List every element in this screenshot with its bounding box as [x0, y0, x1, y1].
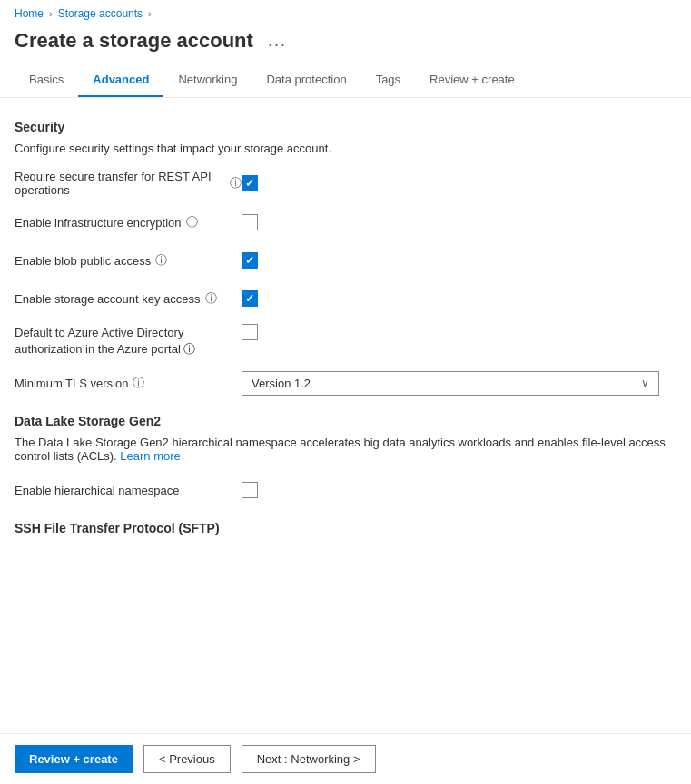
learn-more-link[interactable]: Learn more — [120, 449, 180, 463]
info-icon-blob-public-access[interactable]: ⓘ — [155, 252, 167, 269]
checkbox-infra-encryption[interactable] — [242, 214, 258, 230]
tab-review-create[interactable]: Review + create — [415, 64, 529, 97]
row-aad-auth: Default to Azure Active Directory author… — [15, 324, 676, 358]
data-lake-description: The Data Lake Storage Gen2 hierarchical … — [15, 436, 676, 463]
tab-basics[interactable]: Basics — [15, 64, 78, 97]
breadcrumb-storage[interactable]: Storage accounts — [58, 7, 143, 20]
checkbox-hierarchical-namespace[interactable] — [242, 482, 258, 498]
security-section: Security Configure security settings tha… — [15, 120, 676, 396]
row-infra-encryption: Enable infrastructure encryption ⓘ — [15, 210, 676, 235]
tab-networking[interactable]: Networking — [163, 64, 252, 97]
label-infra-encryption: Enable infrastructure encryption ⓘ — [15, 214, 242, 230]
row-hierarchical-namespace: Enable hierarchical namespace — [15, 477, 676, 503]
label-secure-transfer: Require secure transfer for REST API ope… — [15, 170, 242, 197]
info-icon-tls[interactable]: ⓘ — [133, 375, 144, 391]
info-icon-infra-encryption[interactable]: ⓘ — [186, 214, 198, 230]
checkbox-aad-auth[interactable] — [242, 324, 258, 340]
tab-bar: Basics Advanced Networking Data protecti… — [0, 64, 691, 98]
data-lake-section: Data Lake Storage Gen2 The Data Lake Sto… — [15, 414, 676, 503]
page-header: Create a storage account ... — [0, 24, 691, 64]
label-aad-auth: Default to Azure Active Directory author… — [15, 324, 242, 358]
data-lake-title: Data Lake Storage Gen2 — [15, 414, 676, 428]
row-secure-transfer: Require secure transfer for REST API ope… — [15, 170, 676, 197]
label-blob-public-access: Enable blob public access ⓘ — [15, 252, 242, 269]
footer: Review + create < Previous Next : Networ… — [0, 733, 691, 784]
info-icon-aad-auth[interactable]: ⓘ — [183, 342, 195, 356]
checkbox-blob-public-access[interactable] — [242, 252, 258, 269]
next-button[interactable]: Next : Networking > — [242, 745, 376, 773]
info-icon-key-access[interactable]: ⓘ — [205, 290, 217, 307]
breadcrumb-sep1: › — [49, 8, 53, 19]
page-title: Create a storage account — [15, 29, 253, 53]
sftp-section: SSH File Transfer Protocol (SFTP) — [15, 521, 676, 535]
previous-button[interactable]: < Previous — [143, 745, 231, 773]
tls-version-value: Version 1.2 — [252, 377, 311, 390]
checkbox-key-access[interactable] — [242, 290, 258, 307]
review-create-button[interactable]: Review + create — [15, 745, 133, 773]
row-tls-version: Minimum TLS version ⓘ Version 1.2 ∨ — [15, 370, 676, 396]
info-icon-secure-transfer[interactable]: ⓘ — [230, 175, 242, 191]
tab-advanced[interactable]: Advanced — [78, 64, 163, 97]
main-content: Security Configure security settings tha… — [0, 98, 690, 626]
breadcrumb-sep2: › — [148, 8, 152, 19]
label-key-access: Enable storage account key access ⓘ — [15, 290, 242, 307]
security-title: Security — [15, 120, 676, 134]
tab-data-protection[interactable]: Data protection — [252, 64, 360, 97]
breadcrumb: Home › Storage accounts › — [0, 0, 691, 24]
label-hierarchical-namespace: Enable hierarchical namespace — [15, 484, 242, 497]
chevron-down-icon: ∨ — [641, 377, 649, 389]
breadcrumb-home[interactable]: Home — [15, 7, 44, 20]
label-tls-version: Minimum TLS version ⓘ — [15, 375, 242, 391]
security-description: Configure security settings that impact … — [15, 142, 676, 155]
sftp-title: SSH File Transfer Protocol (SFTP) — [15, 521, 676, 535]
tls-version-dropdown[interactable]: Version 1.2 ∨ — [242, 371, 659, 396]
more-options-button[interactable]: ... — [262, 30, 292, 53]
tab-tags[interactable]: Tags — [361, 64, 415, 97]
row-blob-public-access: Enable blob public access ⓘ — [15, 248, 676, 273]
checkbox-secure-transfer[interactable] — [242, 175, 258, 191]
row-key-access: Enable storage account key access ⓘ — [15, 286, 676, 311]
